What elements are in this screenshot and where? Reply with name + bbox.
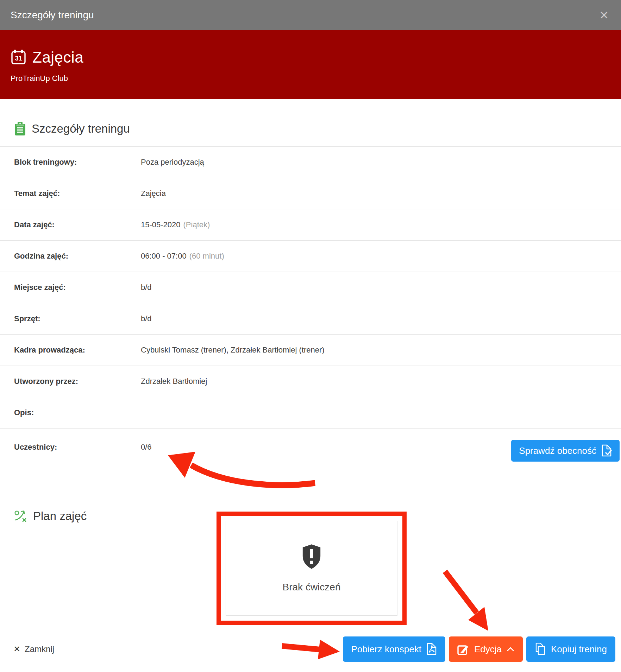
close-x-icon: ✕: [13, 644, 20, 654]
participants-count: 0/6: [141, 443, 152, 452]
strategy-icon: [14, 509, 27, 523]
copy-icon: [535, 643, 546, 655]
detail-row: Kadra prowadząca:Cybulski Tomasz (trener…: [0, 335, 621, 366]
participants-row: Uczestnicy: 0/6 Sprawdź obecność: [0, 429, 621, 501]
detail-row: Miejsce zajęć:b/d: [0, 272, 621, 303]
row-label: Data zajęć:: [14, 220, 141, 229]
modal-header: Szczegóły treningu ×: [0, 0, 621, 30]
check-attendance-label: Sprawdź obecność: [519, 445, 596, 456]
row-label: Kadra prowadząca:: [14, 345, 141, 355]
modal-content: Szczegóły treningu Blok treningowy:Poza …: [0, 122, 621, 633]
details-table: Blok treningowy:Poza periodyzacjąTemat z…: [0, 146, 621, 501]
row-value-muted: (Piątek): [183, 220, 210, 229]
svg-text:31: 31: [15, 55, 22, 62]
document-check-icon: [601, 444, 612, 457]
detail-row: Godzina zajęć:06:00 - 07:00(60 minut): [0, 241, 621, 272]
training-title: Zajęcia: [32, 49, 83, 66]
edit-pencil-icon: [457, 643, 469, 655]
details-rows: Blok treningowy:Poza periodyzacjąTemat z…: [0, 147, 621, 429]
row-label: Opis:: [14, 408, 141, 417]
club-name: ProTrainUp Club: [11, 74, 610, 83]
row-value: 15-05-2020: [141, 220, 181, 229]
details-section-heading: Szczegóły treningu: [14, 122, 610, 136]
modal-title: Szczegóły treningu: [11, 9, 94, 21]
no-exercises-label: Brak ćwiczeń: [283, 582, 341, 593]
modal-footer: ✕ Zamknij Pobierz konspekt Edycja Kopiuj…: [0, 633, 621, 665]
detail-row: Utworzony przez:Zdrzałek Bartłomiej: [0, 366, 621, 397]
download-outline-label: Pobierz konspekt: [351, 644, 421, 655]
row-value: b/d: [141, 283, 152, 292]
close-label: Zamknij: [25, 644, 54, 654]
pdf-file-icon: [426, 643, 437, 655]
row-label: Godzina zajęć:: [14, 252, 141, 261]
detail-row: Blok treningowy:Poza periodyzacją: [0, 147, 621, 178]
clipboard-icon: [14, 122, 26, 136]
row-label: Utworzony przez:: [14, 377, 141, 386]
close-icon[interactable]: ×: [597, 8, 610, 23]
row-value: 06:00 - 07:00: [141, 252, 187, 261]
detail-row: Data zajęć:15-05-2020(Piątek): [0, 209, 621, 241]
close-modal-button[interactable]: ✕ Zamknij: [13, 644, 54, 654]
plan-heading-label: Plan zajęć: [33, 509, 87, 523]
row-label: Sprzęt:: [14, 314, 141, 323]
no-exercises-panel: Brak ćwiczeń: [226, 521, 397, 616]
detail-row: Temat zajęć:Zajęcia: [0, 178, 621, 209]
row-value: Zdrzałek Bartłomiej: [141, 377, 207, 386]
chevron-up-icon: [507, 647, 514, 652]
row-value: b/d: [141, 314, 152, 323]
download-outline-button[interactable]: Pobierz konspekt: [343, 636, 445, 662]
row-value: Cybulski Tomasz (trener), Zdrzałek Bartł…: [141, 345, 325, 355]
copy-training-label: Kopiuj trening: [551, 644, 607, 655]
training-banner: 31 Zajęcia ProTrainUp Club: [0, 30, 621, 99]
detail-row: Opis:: [0, 397, 621, 429]
detail-row: Sprzęt:b/d: [0, 303, 621, 335]
row-label: Blok treningowy:: [14, 158, 141, 167]
row-value: Zajęcia: [141, 189, 166, 198]
edit-button[interactable]: Edycja: [449, 636, 523, 662]
edit-label: Edycja: [474, 644, 502, 655]
row-label: Miejsce zajęć:: [14, 283, 141, 292]
shield-alert-icon: [301, 544, 322, 570]
plan-section: Plan zajęć Brak ćwiczeń: [14, 501, 610, 633]
copy-training-button[interactable]: Kopiuj trening: [526, 636, 615, 662]
calendar-icon: 31: [11, 49, 27, 65]
row-value-muted: (60 minut): [189, 252, 224, 261]
details-heading-label: Szczegóły treningu: [32, 122, 130, 135]
row-value: Poza periodyzacją: [141, 158, 204, 167]
check-attendance-button[interactable]: Sprawdź obecność: [511, 440, 620, 462]
row-label: Temat zajęć:: [14, 189, 141, 198]
annotation-box-red: Brak ćwiczeń: [217, 512, 407, 625]
row-label: Uczestnicy:: [14, 443, 141, 452]
